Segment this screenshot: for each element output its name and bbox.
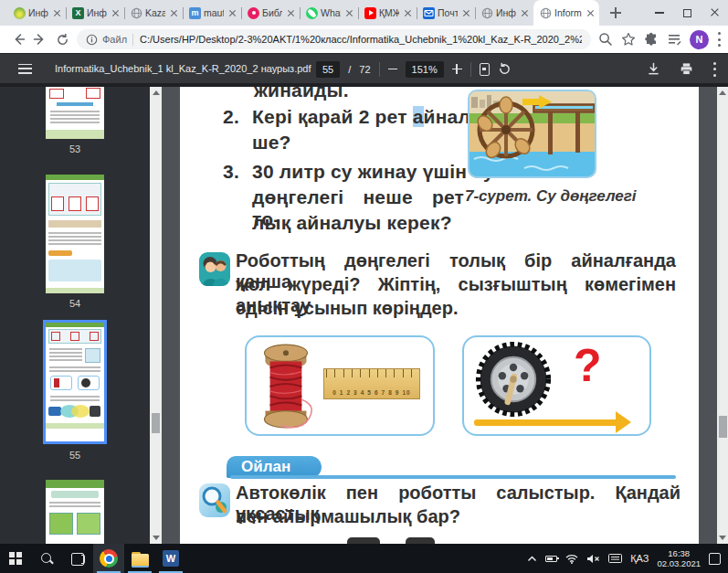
pdf-menu-icon[interactable] xyxy=(18,64,32,74)
maximize-button[interactable] xyxy=(673,0,701,26)
thumbnail-page-number: 55 xyxy=(46,450,104,461)
taskbar-word-button[interactable]: W xyxy=(155,544,186,573)
browser-tab[interactable]: Инф каз xyxy=(7,0,66,26)
close-tab-icon[interactable] xyxy=(168,7,179,18)
close-tab-icon[interactable] xyxy=(402,7,413,18)
address-bar: Файл C:/Users/HP/Desktop/2-3%20AKT/1%20к… xyxy=(0,26,728,53)
scrollbar-thumb[interactable] xyxy=(719,416,727,438)
print-button[interactable] xyxy=(680,62,693,76)
taskbar-search-button[interactable] xyxy=(31,544,62,573)
close-tab-icon[interactable] xyxy=(285,7,296,18)
scroll-down-icon[interactable] xyxy=(153,536,160,540)
action-center-icon[interactable] xyxy=(709,553,721,565)
browser-tab[interactable]: m mauthor xyxy=(183,0,241,26)
close-tab-icon[interactable] xyxy=(110,7,121,18)
thumbnail-next-page-partial[interactable] xyxy=(46,480,104,544)
browser-tab[interactable]: ҚМЖ ЖА xyxy=(358,0,417,26)
browser-menu-icon[interactable] xyxy=(717,32,721,47)
browser-tab[interactable]: Почта M xyxy=(417,0,475,26)
thumbnail-page-54[interactable] xyxy=(46,175,104,293)
thumbnail-page-number: 53 xyxy=(46,143,104,154)
profile-avatar[interactable]: N xyxy=(690,30,709,49)
taskbar-chrome-button[interactable] xyxy=(93,544,124,573)
browser-tab[interactable]: Библиот xyxy=(241,0,300,26)
close-tab-icon[interactable] xyxy=(343,7,354,18)
zoom-out-button[interactable] xyxy=(388,69,397,70)
ruler-icon: 0 1 2 3 4 5 6 7 8 9 10 xyxy=(323,368,420,399)
fit-page-button[interactable] xyxy=(480,63,490,76)
bookmark-star-icon[interactable] xyxy=(621,32,636,47)
pdf-more-options-icon[interactable] xyxy=(712,62,716,77)
volume-muted-icon[interactable] xyxy=(586,554,600,564)
minimize-button[interactable] xyxy=(646,0,673,26)
mauthor-icon: m xyxy=(189,7,201,19)
close-tab-icon[interactable] xyxy=(460,7,471,18)
url-omnibox[interactable]: Файл C:/Users/HP/Desktop/2-3%20AKT/1%20к… xyxy=(77,29,591,49)
extensions-puzzle-icon[interactable] xyxy=(644,32,659,47)
zoom-icon[interactable] xyxy=(598,32,613,47)
pdf-viewer: 53 54 xyxy=(0,87,728,544)
reading-list-icon[interactable] xyxy=(667,32,681,47)
taskbar-explorer-button[interactable] xyxy=(124,544,155,573)
clock[interactable]: 16:38 02.03.2021 xyxy=(657,548,701,568)
browser-tab[interactable]: Kazak tili xyxy=(124,0,183,26)
tray-chevron-icon[interactable] xyxy=(527,556,537,562)
wifi-icon[interactable] xyxy=(565,554,578,564)
forward-button[interactable] xyxy=(29,28,51,50)
close-icon xyxy=(709,7,720,18)
scrollbar-thumb[interactable] xyxy=(152,413,160,433)
close-window-button[interactable] xyxy=(701,0,728,26)
sidebar-scrollbar[interactable] xyxy=(150,87,162,544)
scroll-up-icon[interactable] xyxy=(719,90,726,95)
robot-wheel-icon xyxy=(475,341,552,418)
download-button[interactable] xyxy=(647,62,660,76)
browser-tab[interactable]: WhatsAp xyxy=(300,0,358,26)
info-icon[interactable] xyxy=(86,34,98,46)
magnifier-think-icon xyxy=(199,483,230,517)
rotate-button[interactable] xyxy=(498,62,512,76)
next-figure-partial xyxy=(347,537,380,544)
close-tab-icon[interactable] xyxy=(585,7,596,18)
pdf-filename: Informatika_Uchebnik_1 kl_Kaz_K-R_2020_2… xyxy=(55,63,311,74)
page-separator: / xyxy=(348,64,351,75)
language-indicator[interactable]: ҚАЗ xyxy=(630,553,649,564)
scroll-up-icon[interactable] xyxy=(153,90,160,95)
find-highlight: а xyxy=(413,106,424,127)
battery-icon[interactable] xyxy=(545,556,557,562)
back-button[interactable] xyxy=(7,28,29,50)
touch-keyboard-icon[interactable] xyxy=(608,554,622,563)
tab-title: mauthor xyxy=(204,7,224,18)
zoom-in-button[interactable] xyxy=(452,64,462,74)
close-tab-icon[interactable] xyxy=(51,7,62,18)
scroll-down-icon[interactable] xyxy=(719,536,726,540)
list-item-2-line-2: ше? xyxy=(252,132,291,154)
date: 02.03.2021 xyxy=(657,558,701,568)
tab-title: Библиот xyxy=(262,7,282,18)
task-view-button[interactable] xyxy=(62,544,93,573)
list-item-3-line-3: лық айналуы керек? xyxy=(252,212,452,234)
current-page-input[interactable]: 55 xyxy=(316,61,340,78)
file-explorer-icon xyxy=(132,552,149,566)
tab-title: Kazak tili xyxy=(145,7,165,18)
close-tab-icon[interactable] xyxy=(519,7,530,18)
start-button[interactable] xyxy=(0,544,31,573)
list-item-1-cut: жинайды. xyxy=(254,87,349,101)
browser-tab[interactable]: X Информ xyxy=(66,0,124,26)
close-tab-icon[interactable] xyxy=(227,7,237,18)
main-scrollbar[interactable] xyxy=(717,87,728,544)
task-view-icon xyxy=(71,553,85,564)
pair-work-icon xyxy=(199,252,230,286)
minimize-icon xyxy=(655,12,664,13)
url-text: C:/Users/HP/Desktop/2-3%20AKT/1%20класс/… xyxy=(140,34,582,45)
pdf-page-controls: 55 / 72 151% xyxy=(316,54,512,84)
thumbnail-page-53[interactable] xyxy=(46,87,104,139)
mail-icon xyxy=(423,7,435,19)
browser-tab[interactable]: Информ xyxy=(475,0,533,26)
new-tab-button[interactable] xyxy=(605,2,627,24)
thumbnail-page-55-selected[interactable] xyxy=(46,323,104,441)
window-controls xyxy=(646,0,728,26)
youtube-icon xyxy=(364,7,376,19)
reload-button[interactable] xyxy=(51,28,73,50)
thread-ruler-imagebox: 0 1 2 3 4 5 6 7 8 9 10 xyxy=(245,335,435,436)
browser-tab-active[interactable]: Informat xyxy=(533,0,599,26)
